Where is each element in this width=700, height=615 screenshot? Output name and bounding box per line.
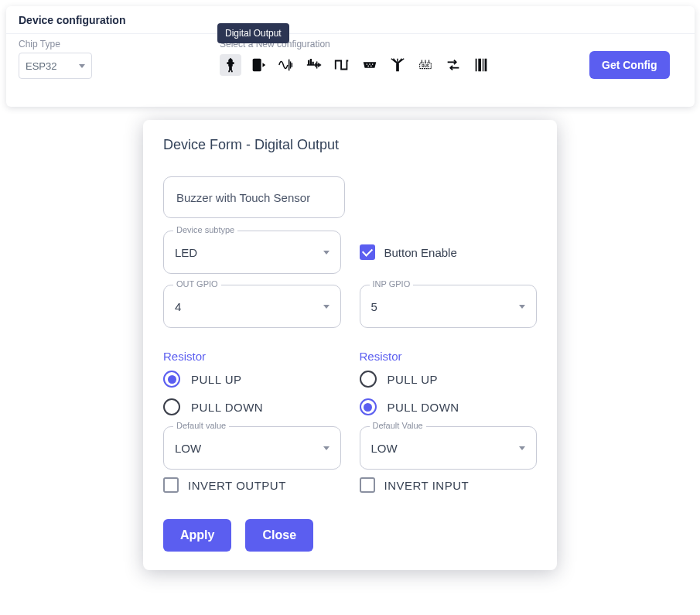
default-value-right-select[interactable]: Default Value LOW (360, 426, 538, 470)
invert-output-checkbox[interactable] (163, 477, 179, 493)
right-pull-up-option[interactable]: PULL UP (360, 371, 538, 388)
close-button[interactable]: Close (245, 519, 313, 552)
left-pull-down-label: PULL DOWN (191, 401, 263, 414)
left-pull-up-radio[interactable] (163, 371, 180, 388)
default-value-left-value: LOW (175, 442, 201, 455)
bus-icon[interactable]: BUS (415, 54, 436, 76)
new-config-section: Digital Output Select a New configuratio… (220, 39, 574, 76)
invert-input-label: INVERT INPUT (384, 479, 470, 492)
chevron-down-icon (79, 64, 85, 68)
left-resistor-label: Resistor (163, 350, 341, 363)
chip-type-select[interactable]: ESP32 (19, 53, 92, 79)
invert-output-label: INVERT OUTPUT (188, 479, 286, 492)
default-value-left-label: Default value (173, 421, 229, 430)
config-tooltip: Digital Output (217, 23, 289, 43)
right-pull-down-label: PULL DOWN (388, 401, 459, 414)
right-pull-up-label: PULL UP (388, 373, 438, 386)
svg-rect-0 (253, 59, 261, 72)
panel-title: Device configuration (6, 6, 695, 34)
default-value-right-label: Default Value (370, 421, 426, 430)
pwm-signal-icon[interactable] (303, 54, 325, 76)
apply-button[interactable]: Apply (163, 519, 231, 552)
antenna-device-icon[interactable] (387, 54, 408, 76)
svg-point-8 (367, 63, 368, 65)
chevron-down-icon (323, 305, 330, 309)
swap-icon[interactable] (442, 54, 464, 76)
device-subtype-label: Device subtype (173, 225, 237, 234)
button-enable-row[interactable]: Button Enable (360, 231, 538, 274)
chevron-down-icon (519, 446, 525, 450)
chip-type-value: ESP32 (26, 60, 56, 72)
config-icon-row: BUS (220, 54, 574, 76)
device-config-panel: Device configuration Chip Type ESP32 Dig… (6, 6, 695, 107)
svg-rect-19 (476, 59, 477, 72)
left-pull-up-option[interactable]: PULL UP (163, 371, 341, 388)
left-pull-down-radio[interactable] (163, 398, 180, 415)
chip-type-label: Chip Type (19, 39, 204, 50)
digital-output-icon[interactable] (220, 54, 241, 76)
svg-point-10 (372, 63, 374, 65)
device-subtype-value: LED (175, 246, 197, 259)
right-resistor-label: Resistor (360, 350, 538, 363)
right-pull-up-radio[interactable] (360, 371, 377, 388)
invert-input-row[interactable]: INVERT INPUT (360, 477, 538, 493)
analog-signal-icon[interactable] (275, 54, 297, 76)
inp-gpio-select[interactable]: INP GPIO 5 (360, 285, 538, 328)
square-wave-icon[interactable] (331, 54, 353, 76)
svg-rect-22 (485, 59, 487, 72)
inp-gpio-label: INP GPIO (370, 279, 414, 289)
left-pull-down-option[interactable]: PULL DOWN (163, 398, 341, 415)
default-value-right-value: LOW (371, 442, 398, 455)
right-pull-down-radio[interactable] (360, 398, 377, 415)
chevron-down-icon (323, 446, 330, 450)
chevron-down-icon (519, 305, 525, 309)
chip-type-section: Chip Type ESP32 (19, 39, 204, 79)
card-out-icon[interactable] (248, 54, 269, 76)
out-gpio-value: 4 (175, 300, 181, 313)
svg-point-11 (367, 66, 369, 67)
svg-point-12 (370, 66, 372, 67)
modal-actions: Apply Close (163, 519, 537, 552)
serial-port-icon[interactable] (359, 54, 381, 76)
inp-gpio-value: 5 (371, 300, 377, 313)
left-pull-up-label: PULL UP (191, 373, 241, 386)
device-name-input[interactable]: Buzzer with Touch Sensor (163, 176, 345, 218)
barcode-chip-icon[interactable] (470, 54, 492, 76)
svg-rect-21 (483, 59, 483, 72)
svg-point-9 (369, 63, 370, 65)
right-pull-down-option[interactable]: PULL DOWN (360, 398, 538, 415)
chevron-down-icon (323, 251, 330, 255)
device-name-value: Buzzer with Touch Sensor (176, 191, 310, 204)
out-gpio-select[interactable]: OUT GPIO 4 (163, 285, 341, 328)
get-config-button[interactable]: Get Config (589, 51, 670, 79)
invert-output-row[interactable]: INVERT OUTPUT (163, 477, 341, 493)
svg-text:BUS: BUS (422, 64, 429, 68)
out-gpio-label: OUT GPIO (173, 279, 221, 289)
invert-input-checkbox[interactable] (360, 477, 375, 493)
device-form-modal: Device Form - Digital Output Buzzer with… (143, 120, 557, 570)
svg-rect-20 (478, 59, 481, 72)
device-subtype-select[interactable]: Device subtype LED (163, 231, 341, 274)
modal-title: Device Form - Digital Output (163, 137, 537, 153)
button-enable-label: Button Enable (384, 246, 457, 259)
default-value-left-select[interactable]: Default value LOW (163, 426, 341, 470)
get-config-wrap: Get Config (589, 39, 682, 79)
button-enable-checkbox[interactable] (360, 244, 375, 260)
svg-rect-13 (396, 63, 399, 71)
